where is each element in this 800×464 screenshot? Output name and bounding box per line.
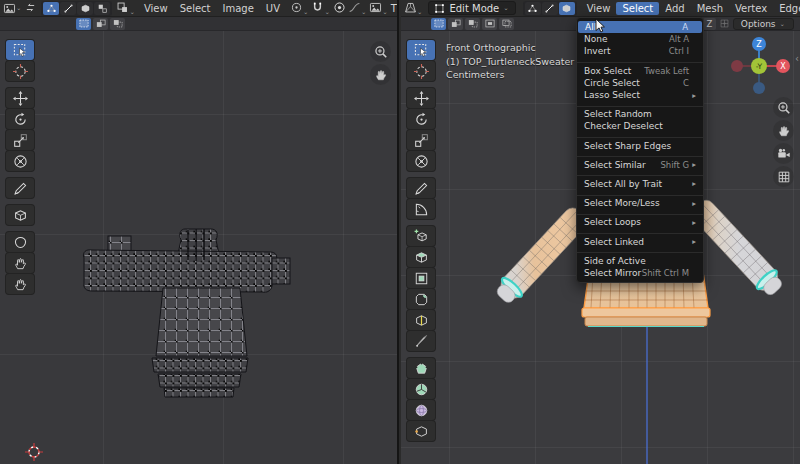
uv-select-mode-vertex[interactable]: [43, 2, 59, 15]
annotate-tool[interactable]: [407, 178, 435, 198]
tweak-select-box-tool[interactable]: [6, 40, 34, 60]
select-menu-item[interactable]: Select More/Less ▸: [577, 197, 703, 209]
select-menu-item[interactable]: Checker Deselect: [577, 120, 703, 132]
cursor-tool[interactable]: [407, 61, 435, 81]
select-menu-item[interactable]: Select Loops ▸: [577, 216, 703, 228]
pivot-point-dropdown[interactable]: ⌄: [290, 1, 309, 16]
grid-snap-icon[interactable]: [719, 18, 730, 29]
spin-tool[interactable]: [407, 379, 435, 399]
poly-build-tool[interactable]: [407, 358, 435, 378]
gizmo-axis-x[interactable]: X: [776, 59, 790, 73]
sticky-selection-dropdown[interactable]: ⌄: [116, 1, 135, 16]
scale-tool[interactable]: [6, 130, 34, 150]
select-menu-item[interactable]: Lasso Select ▸: [577, 89, 703, 101]
menu-item[interactable]: Image: [217, 2, 260, 15]
menu-item[interactable]: Edge: [773, 2, 800, 15]
select-mode-invert[interactable]: [482, 18, 497, 30]
mesh-select-mode-face[interactable]: [559, 2, 575, 15]
options-dropdown[interactable]: Options ⌄: [733, 18, 794, 30]
select-mode-extend[interactable]: [448, 18, 463, 30]
select-mode-intersect[interactable]: [499, 18, 514, 30]
browse-image-dropdown[interactable]: ⌄: [369, 1, 388, 16]
scale-tool[interactable]: [407, 130, 435, 150]
add-cube-tool[interactable]: [407, 226, 435, 246]
menu-item[interactable]: Mesh: [691, 2, 729, 15]
relax-tool[interactable]: [6, 253, 34, 273]
inset-faces-tool[interactable]: [407, 268, 435, 288]
uv-sync-selection-toggle[interactable]: [24, 1, 37, 16]
uv-select-mode-edge[interactable]: [60, 2, 76, 15]
select-menu-item[interactable]: Side of Active: [577, 255, 703, 267]
menu-item[interactable]: Add: [659, 2, 690, 15]
menu-item[interactable]: Select: [174, 2, 217, 15]
menu-item[interactable]: Vertex: [729, 2, 773, 15]
move-tool[interactable]: [6, 88, 34, 108]
rotate-tool[interactable]: [6, 109, 34, 129]
cursor-tool[interactable]: [6, 61, 34, 81]
menu-item[interactable]: View: [581, 2, 617, 15]
mesh-select-mode-edge[interactable]: [542, 2, 558, 15]
select-box-tool[interactable]: [407, 40, 435, 60]
camera-view-icon[interactable]: [773, 143, 794, 164]
transform-tool[interactable]: [6, 151, 34, 171]
select-menu-item[interactable]: Select Sharp Edges: [577, 140, 703, 152]
chevron-down-icon: ⌄: [129, 8, 134, 16]
uv-viewport[interactable]: [0, 31, 397, 464]
uv-select-mode-face[interactable]: [77, 2, 93, 15]
transform-tool[interactable]: [407, 151, 435, 171]
image-name[interactable]: TOP_Sweate: [391, 3, 397, 14]
select-menu-item[interactable]: Box Select Tweak Left: [577, 65, 703, 77]
falloff-dropdown[interactable]: ⌄: [348, 1, 367, 16]
gizmo-axis-neg-y[interactable]: -Y: [751, 58, 767, 74]
sidebar-toggle-arrow[interactable]: ‹: [795, 53, 799, 64]
select-mode-extend[interactable]: [93, 18, 108, 30]
uv-select-mode-island[interactable]: [94, 2, 110, 15]
uv-2d-cursor[interactable]: [25, 443, 43, 461]
select-menu-item[interactable]: None Alt A: [577, 33, 703, 45]
smooth-brush-tool[interactable]: [6, 274, 34, 294]
loop-cut-tool[interactable]: [407, 310, 435, 330]
select-menu-item[interactable]: Select Mirror Shift Ctrl M: [577, 267, 703, 279]
rotate-tool[interactable]: [407, 109, 435, 129]
editor-type-button[interactable]: ⌄: [404, 1, 423, 16]
submenu-arrow-icon: ▸: [689, 199, 696, 208]
select-menu-item[interactable]: Invert Ctrl I: [577, 45, 703, 57]
measure-tool[interactable]: [407, 199, 435, 219]
select-menu-item[interactable]: Select Random: [577, 108, 703, 120]
smooth-tool[interactable]: [407, 400, 435, 420]
gizmo-axis-neg-x[interactable]: [731, 60, 743, 72]
select-mode-new[interactable]: [76, 18, 91, 30]
navigation-gizmo[interactable]: X Z -Y: [727, 34, 791, 98]
mode-dropdown[interactable]: Edit Mode ⌄: [428, 1, 515, 15]
proportional-editing-toggle[interactable]: [333, 1, 346, 16]
select-mode-subtract[interactable]: [110, 18, 125, 30]
annotate-tool[interactable]: [6, 178, 34, 198]
extrude-region-tool[interactable]: [407, 247, 435, 267]
select-menu-item[interactable]: Circle Select C: [577, 77, 703, 89]
select-mode-subtract[interactable]: [465, 18, 480, 30]
select-menu-item[interactable]: Select Linked ▸: [577, 235, 703, 247]
zoom-icon[interactable]: [773, 97, 794, 118]
gizmo-axis-z[interactable]: Z: [752, 37, 766, 51]
snapping-dropdown[interactable]: ⌄: [311, 1, 330, 16]
select-mode-new[interactable]: [431, 18, 446, 30]
menu-item[interactable]: Select: [616, 2, 659, 15]
zoom-icon[interactable]: [370, 41, 391, 62]
editor-type-button[interactable]: ⌄: [3, 2, 22, 15]
mirror-axis-button[interactable]: Z: [703, 18, 716, 30]
grab-tool[interactable]: [6, 205, 34, 225]
select-menu-item[interactable]: Select All by Trait ▸: [577, 178, 703, 190]
pinch-tool[interactable]: [6, 232, 34, 252]
bevel-tool[interactable]: [407, 289, 435, 309]
gizmo-axis-neg-z[interactable]: [753, 82, 765, 94]
edge-slide-tool[interactable]: [407, 421, 435, 441]
knife-tool[interactable]: [407, 331, 435, 351]
pan-hand-icon[interactable]: [773, 120, 794, 141]
select-menu-item[interactable]: Select Similar Shift G ▸: [577, 159, 703, 171]
menu-item[interactable]: UV: [260, 2, 286, 15]
move-tool[interactable]: [407, 88, 435, 108]
menu-item[interactable]: View: [138, 2, 174, 15]
pan-hand-icon[interactable]: [370, 64, 391, 85]
ortho-grid-icon[interactable]: [773, 166, 794, 187]
mesh-select-mode-vertex[interactable]: [525, 2, 541, 15]
